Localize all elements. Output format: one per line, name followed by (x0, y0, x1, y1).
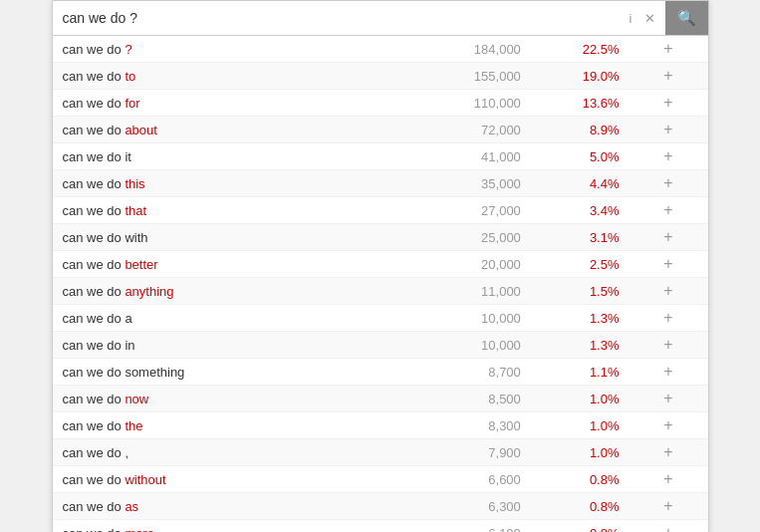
pct-cell: 1.0% (531, 439, 630, 466)
add-button[interactable]: + (663, 256, 672, 272)
add-cell: + (630, 197, 708, 224)
table-row: can we do more 6,100 0.8% + (53, 520, 708, 533)
pct-cell: 5.0% (531, 143, 630, 170)
pct-cell: 2.5% (531, 251, 630, 278)
phrase-suffix: , (125, 445, 128, 460)
phrase-cell: can we do for (53, 90, 413, 117)
phrase-suffix: to (125, 69, 135, 84)
pct-cell: 0.8% (531, 493, 630, 520)
pct-cell: 1.3% (531, 305, 630, 332)
add-button[interactable]: + (663, 444, 672, 460)
add-cell: + (630, 251, 708, 278)
info-button[interactable]: i (626, 9, 636, 28)
add-cell: + (630, 90, 708, 117)
add-button[interactable]: + (663, 310, 672, 326)
phrase-prefix: can we do (63, 365, 126, 380)
volume-cell: 20,000 (412, 251, 530, 278)
add-button[interactable]: + (663, 391, 672, 406)
phrase-cell: can we do to (53, 63, 413, 90)
phrase-prefix: can we do (63, 69, 126, 84)
add-button[interactable]: + (663, 68, 672, 84)
table-row: can we do that 27,000 3.4% + (53, 197, 708, 224)
add-button[interactable]: + (663, 417, 672, 433)
phrase-cell: can we do now (53, 386, 413, 412)
phrase-prefix: can we do (63, 418, 126, 433)
phrase-prefix: can we do (63, 230, 126, 245)
pct-cell: 1.3% (531, 332, 630, 359)
table-row: can we do a 10,000 1.3% + (53, 305, 708, 332)
phrase-prefix: can we do (63, 42, 126, 57)
volume-cell: 35,000 (412, 170, 530, 197)
add-button[interactable]: + (663, 41, 672, 57)
add-cell: + (630, 278, 708, 305)
volume-cell: 8,500 (412, 386, 530, 412)
phrase-prefix: can we do (63, 392, 126, 406)
add-button[interactable]: + (663, 471, 672, 487)
volume-cell: 6,300 (412, 493, 530, 520)
phrase-prefix: can we do (63, 257, 126, 272)
pct-cell: 13.6% (531, 90, 630, 117)
phrase-suffix: more (125, 526, 154, 533)
phrase-cell: can we do better (53, 251, 413, 278)
add-button[interactable]: + (663, 364, 672, 380)
volume-cell: 8,700 (412, 359, 530, 386)
table-row: can we do now 8,500 1.0% + (53, 386, 708, 412)
phrase-cell: can we do about (53, 117, 413, 143)
phrase-cell: can we do without (53, 466, 413, 493)
add-cell: + (630, 117, 708, 143)
table-row: can we do about 72,000 8.9% + (53, 117, 708, 143)
search-input[interactable] (53, 2, 620, 34)
phrase-suffix: that (125, 203, 146, 218)
add-cell: + (630, 224, 708, 251)
phrase-cell: can we do ? (53, 36, 413, 63)
table-row: can we do without 6,600 0.8% + (53, 466, 708, 493)
phrase-cell: can we do that (53, 197, 413, 224)
phrase-suffix: as (125, 499, 138, 514)
phrase-suffix: now (125, 392, 148, 406)
add-cell: + (630, 305, 708, 332)
add-button[interactable]: + (663, 148, 672, 164)
phrase-cell: can we do it (53, 143, 413, 170)
table-row: can we do to 155,000 19.0% + (53, 63, 708, 90)
phrase-cell: can we do with (53, 224, 413, 251)
add-button[interactable]: + (663, 498, 672, 514)
table-row: can we do in 10,000 1.3% + (53, 332, 708, 359)
table-row: can we do with 25,000 3.1% + (53, 224, 708, 251)
phrase-suffix: this (125, 176, 144, 191)
phrase-suffix: ? (125, 42, 131, 57)
pct-cell: 22.5% (531, 36, 630, 63)
add-button[interactable]: + (663, 202, 672, 218)
add-button[interactable]: + (663, 122, 672, 137)
phrase-prefix: can we do (63, 96, 126, 111)
add-cell: + (630, 386, 708, 412)
phrase-cell: can we do a (53, 305, 413, 332)
add-cell: + (630, 520, 708, 533)
pct-cell: 0.8% (531, 520, 630, 533)
phrase-suffix: in (125, 338, 134, 353)
pct-cell: 19.0% (531, 63, 630, 90)
phrase-prefix: can we do (63, 176, 126, 191)
phrase-cell: can we do as (53, 493, 413, 520)
phrase-suffix: without (125, 472, 165, 487)
pct-cell: 3.4% (531, 197, 630, 224)
phrase-cell: can we do the (53, 412, 413, 439)
phrase-cell: can we do something (53, 359, 413, 386)
table-row: can we do anything 11,000 1.5% + (53, 278, 708, 305)
phrase-prefix: can we do (63, 284, 126, 299)
add-button[interactable]: + (663, 525, 672, 532)
add-button[interactable]: + (663, 229, 672, 245)
add-button[interactable]: + (663, 95, 672, 111)
search-bar: i ✕ 🔍 (53, 1, 708, 36)
add-cell: + (630, 332, 708, 359)
volume-cell: 25,000 (412, 224, 530, 251)
volume-cell: 110,000 (412, 90, 530, 117)
add-button[interactable]: + (663, 337, 672, 353)
phrase-cell: can we do this (53, 170, 413, 197)
phrase-prefix: can we do (63, 123, 126, 137)
keyword-widget: i ✕ 🔍 can we do ? 184,000 22.5% + can we… (52, 0, 709, 532)
search-button[interactable]: 🔍 (665, 1, 708, 35)
volume-cell: 11,000 (412, 278, 530, 305)
add-button[interactable]: + (663, 283, 672, 299)
clear-button[interactable]: ✕ (640, 9, 659, 28)
add-button[interactable]: + (663, 175, 672, 191)
